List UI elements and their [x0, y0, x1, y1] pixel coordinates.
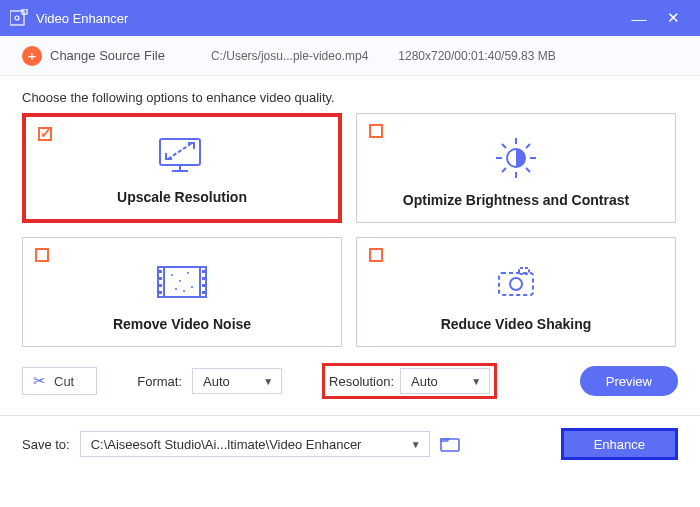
svg-point-31 [191, 286, 193, 288]
save-row: Save to: C:\Aiseesoft Studio\Ai...ltimat… [0, 416, 700, 472]
instruction-text: Choose the following options to enhance … [0, 76, 700, 109]
svg-line-15 [526, 144, 530, 148]
app-icon [10, 9, 28, 27]
svg-point-32 [183, 290, 185, 292]
save-to-label: Save to: [22, 437, 70, 452]
svg-rect-19 [159, 270, 162, 273]
open-folder-icon[interactable] [440, 436, 460, 452]
checkbox-upscale[interactable] [38, 127, 52, 141]
svg-point-35 [510, 278, 522, 290]
svg-rect-26 [202, 291, 205, 294]
source-file-path: C:/Users/josu...ple-video.mp4 [211, 49, 368, 63]
title-bar: Video Enhancer — ✕ [0, 0, 700, 36]
svg-line-12 [502, 144, 506, 148]
cut-label: Cut [54, 374, 74, 389]
svg-point-27 [171, 274, 173, 276]
svg-rect-24 [202, 277, 205, 280]
minimize-button[interactable]: — [622, 10, 656, 27]
card-remove-noise[interactable]: Remove Video Noise [22, 237, 342, 347]
resolution-label: Resolution: [329, 374, 394, 389]
scissors-icon: ✂ [33, 372, 46, 390]
card-brightness-contrast[interactable]: Optimize Brightness and Contrast [356, 113, 676, 223]
svg-rect-20 [159, 277, 162, 280]
save-path-dropdown[interactable]: C:\Aiseesoft Studio\Ai...ltimate\Video E… [80, 431, 430, 457]
checkbox-noise[interactable] [35, 248, 49, 262]
card-label: Optimize Brightness and Contrast [403, 192, 629, 208]
plus-icon: + [22, 46, 42, 66]
svg-rect-16 [158, 267, 206, 297]
svg-point-30 [175, 288, 177, 290]
brightness-icon [494, 132, 538, 184]
preview-button[interactable]: Preview [580, 366, 678, 396]
svg-rect-33 [499, 273, 533, 295]
svg-line-14 [502, 168, 506, 172]
format-dropdown[interactable]: Auto [192, 368, 282, 394]
svg-line-6 [168, 143, 192, 159]
checkbox-brightness[interactable] [369, 124, 383, 138]
svg-point-1 [15, 16, 19, 20]
source-file-meta: 1280x720/00:01:40/59.83 MB [398, 49, 555, 63]
options-grid: Upscale Resolution Optimize Brightness a… [0, 109, 700, 351]
svg-point-29 [187, 272, 189, 274]
format-label: Format: [137, 374, 182, 389]
app-title: Video Enhancer [36, 11, 622, 26]
svg-line-13 [526, 168, 530, 172]
svg-rect-25 [202, 284, 205, 287]
film-icon [154, 256, 210, 308]
enhance-button[interactable]: Enhance [561, 428, 678, 460]
card-upscale-resolution[interactable]: Upscale Resolution [22, 113, 342, 223]
card-label: Remove Video Noise [113, 316, 251, 332]
camera-icon [491, 256, 541, 308]
svg-point-28 [179, 280, 181, 282]
upscale-icon [154, 129, 210, 181]
card-reduce-shaking[interactable]: Reduce Video Shaking [356, 237, 676, 347]
checkbox-shaking[interactable] [369, 248, 383, 262]
card-label: Upscale Resolution [117, 189, 247, 205]
toolbar: ✂ Cut Format: Auto Resolution: Auto Prev… [0, 351, 700, 411]
source-row: + Change Source File C:/Users/josu...ple… [0, 36, 700, 76]
svg-rect-22 [159, 291, 162, 294]
svg-rect-21 [159, 284, 162, 287]
resolution-dropdown[interactable]: Auto [400, 368, 490, 394]
card-label: Reduce Video Shaking [441, 316, 592, 332]
cut-button[interactable]: ✂ Cut [22, 367, 97, 395]
resolution-group: Resolution: Auto [322, 363, 497, 399]
close-button[interactable]: ✕ [656, 9, 690, 27]
change-source-button[interactable]: Change Source File [50, 48, 165, 63]
svg-rect-23 [202, 270, 205, 273]
